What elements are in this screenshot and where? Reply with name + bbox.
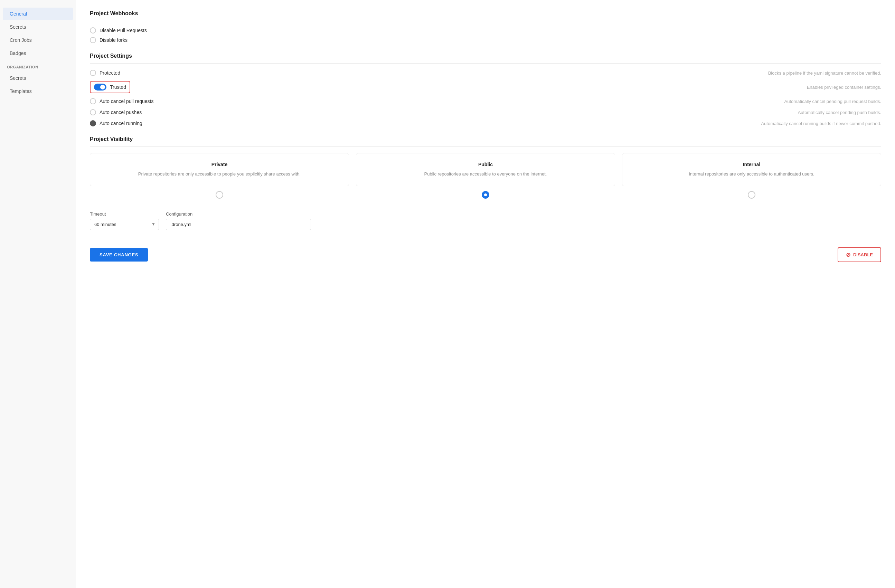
webhooks-section: Project Webhooks Disable Pull Requests D… bbox=[90, 11, 881, 43]
actions-row: SAVE CHANGES ⊘ DISABLE bbox=[90, 241, 881, 262]
webhooks-title: Project Webhooks bbox=[90, 11, 881, 17]
trusted-toggle[interactable] bbox=[94, 83, 106, 91]
project-visibility-title: Project Visibility bbox=[90, 136, 881, 142]
timeout-group: Timeout 60 minutes 30 minutes 90 minutes… bbox=[90, 211, 159, 230]
public-card-title: Public bbox=[362, 162, 609, 167]
disable-forks-toggle[interactable] bbox=[90, 37, 96, 43]
timeout-label: Timeout bbox=[90, 211, 159, 217]
main-content: Project Webhooks Disable Pull Requests D… bbox=[76, 0, 895, 588]
configuration-input[interactable] bbox=[166, 219, 311, 230]
private-card-desc: Private repositories are only accessible… bbox=[96, 171, 343, 177]
auto-cancel-pushes-row: Auto cancel pushes Automatically cancel … bbox=[90, 109, 881, 115]
timeout-select-wrapper: 60 minutes 30 minutes 90 minutes 120 min… bbox=[90, 219, 159, 230]
visibility-card-internal: Internal Internal repositories are only … bbox=[622, 153, 881, 186]
visibility-radio-internal[interactable] bbox=[622, 191, 881, 199]
protected-setting-row: Protected Blocks a pipeline if the yaml … bbox=[90, 70, 881, 76]
auto-cancel-pushes-toggle[interactable] bbox=[90, 109, 96, 115]
disable-button[interactable]: ⊘ DISABLE bbox=[837, 247, 881, 262]
configuration-group: Configuration bbox=[166, 211, 311, 230]
trusted-label: Trusted bbox=[110, 84, 126, 90]
trusted-setting-row: Trusted Enables privileged container set… bbox=[90, 81, 881, 93]
protected-desc: Blocks a pipeline if the yaml signature … bbox=[768, 70, 881, 76]
visibility-card-public: Public Public repositories are accessibl… bbox=[356, 153, 615, 186]
auto-cancel-pr-desc: Automatically cancel pending pull reques… bbox=[784, 99, 881, 104]
auto-cancel-running-row: Auto cancel running Automatically cancel… bbox=[90, 120, 881, 126]
visibility-radio-public[interactable] bbox=[356, 191, 615, 199]
private-card-title: Private bbox=[96, 162, 343, 167]
disable-pull-requests-toggle[interactable] bbox=[90, 27, 96, 33]
disable-pull-requests-row: Disable Pull Requests bbox=[90, 27, 881, 33]
internal-card-desc: Internal repositories are only accessibl… bbox=[628, 171, 875, 177]
sidebar-item-org-templates[interactable]: Templates bbox=[3, 85, 73, 97]
sidebar-item-badges[interactable]: Badges bbox=[3, 47, 73, 59]
sidebar: General Secrets Cron Jobs Badges ORGANIZ… bbox=[0, 0, 76, 588]
auto-cancel-running-label: Auto cancel running bbox=[100, 121, 143, 126]
visibility-cards: Private Private repositories are only ac… bbox=[90, 153, 881, 186]
auto-cancel-pr-row: Auto cancel pull requests Automatically … bbox=[90, 98, 881, 105]
visibility-radio-group bbox=[90, 191, 881, 199]
internal-radio[interactable] bbox=[748, 191, 755, 199]
sidebar-item-secrets[interactable]: Secrets bbox=[3, 21, 73, 33]
internal-card-title: Internal bbox=[628, 162, 875, 167]
sidebar-item-general[interactable]: General bbox=[3, 8, 73, 20]
protected-toggle[interactable] bbox=[90, 70, 96, 76]
private-radio[interactable] bbox=[215, 191, 223, 199]
disable-pull-requests-label: Disable Pull Requests bbox=[100, 28, 147, 33]
disable-forks-row: Disable forks bbox=[90, 37, 881, 43]
trusted-desc: Enables privileged container settings. bbox=[807, 85, 881, 90]
timeout-select[interactable]: 60 minutes 30 minutes 90 minutes 120 min… bbox=[90, 219, 159, 230]
protected-label: Protected bbox=[100, 70, 120, 76]
disable-label: DISABLE bbox=[853, 252, 873, 258]
project-visibility-section: Project Visibility Private Private repos… bbox=[90, 136, 881, 230]
auto-cancel-pr-label: Auto cancel pull requests bbox=[100, 99, 153, 104]
sidebar-item-cron-jobs[interactable]: Cron Jobs bbox=[3, 34, 73, 46]
disable-icon: ⊘ bbox=[846, 252, 850, 258]
auto-cancel-pr-toggle[interactable] bbox=[90, 98, 96, 105]
public-radio[interactable] bbox=[482, 191, 489, 199]
trusted-toggle-wrapper[interactable]: Trusted bbox=[90, 81, 130, 93]
auto-cancel-pushes-label: Auto cancel pushes bbox=[100, 109, 142, 115]
configuration-label: Configuration bbox=[166, 211, 311, 217]
project-settings-section: Project Settings Protected Blocks a pipe… bbox=[90, 53, 881, 126]
auto-cancel-running-toggle[interactable] bbox=[90, 120, 96, 126]
disable-forks-label: Disable forks bbox=[100, 37, 127, 43]
visibility-card-private: Private Private repositories are only ac… bbox=[90, 153, 349, 186]
settings-form-row: Timeout 60 minutes 30 minutes 90 minutes… bbox=[90, 211, 881, 230]
visibility-radio-private[interactable] bbox=[90, 191, 349, 199]
auto-cancel-running-desc: Automatically cancel running builds if n… bbox=[761, 121, 881, 126]
public-card-desc: Public repositories are accessible to ev… bbox=[362, 171, 609, 177]
save-changes-button[interactable]: SAVE CHANGES bbox=[90, 248, 148, 262]
project-settings-title: Project Settings bbox=[90, 53, 881, 59]
sidebar-item-org-secrets[interactable]: Secrets bbox=[3, 72, 73, 84]
org-section-label: ORGANIZATION bbox=[0, 60, 76, 71]
auto-cancel-pushes-desc: Automatically cancel pending push builds… bbox=[798, 110, 881, 115]
